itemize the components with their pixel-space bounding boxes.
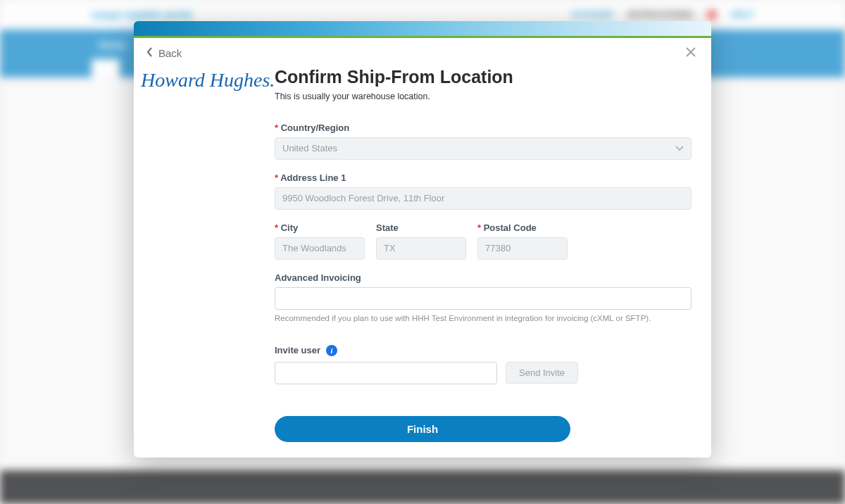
address1-label: Address Line 1 <box>275 172 691 183</box>
modal-subtitle: This is usually your warehouse location. <box>275 92 691 101</box>
advanced-invoicing-help: Recommended if you plan to use with HHH … <box>275 313 691 324</box>
notification-dot-icon <box>707 10 717 20</box>
send-invite-button[interactable]: Send Invite <box>506 362 578 384</box>
advanced-invoicing-input[interactable] <box>275 287 691 310</box>
invite-user-label: Invite user <box>275 345 320 355</box>
bg-nav-home: Home <box>99 39 126 51</box>
ship-from-modal: Back Howard Hughes. Confirm Ship-From Lo… <box>134 21 711 458</box>
back-button-label: Back <box>158 47 182 59</box>
state-label: State <box>376 222 466 233</box>
address1-value: 9950 Woodloch Forest Drive, 11th Floor <box>282 193 444 203</box>
state-value: TX <box>384 243 396 253</box>
finish-button[interactable]: Finish <box>275 416 570 442</box>
address1-field[interactable]: 9950 Woodloch Forest Drive, 11th Floor <box>275 187 691 210</box>
modal-brand-stripe <box>134 21 711 38</box>
invite-user-input[interactable] <box>275 362 497 384</box>
bg-logo: coupa supplier portal <box>92 9 192 20</box>
advanced-invoicing-label: Advanced Invoicing <box>275 272 691 283</box>
country-value: United States <box>282 143 337 153</box>
bg-notifications-link: NOTIFICATIONS <box>628 10 693 20</box>
city-label: City <box>275 222 365 233</box>
country-label: Country/Region <box>275 122 691 133</box>
modal-title: Confirm Ship-From Location <box>275 68 691 87</box>
postal-field[interactable]: 77380 <box>477 237 568 260</box>
back-button[interactable]: Back <box>146 47 182 59</box>
postal-value: 77380 <box>485 243 511 253</box>
close-icon <box>684 46 697 61</box>
country-select[interactable]: United States <box>275 137 691 160</box>
state-field[interactable]: TX <box>376 237 466 260</box>
bg-help-link: HELP <box>731 10 753 20</box>
postal-label: Postal Code <box>477 222 568 233</box>
customer-logo: Howard Hughes. <box>138 70 269 90</box>
chevron-down-icon <box>675 143 684 153</box>
city-field[interactable]: The Woodlands <box>275 237 365 260</box>
close-button[interactable] <box>683 45 699 61</box>
info-icon[interactable]: i <box>326 345 337 356</box>
bg-account-link: ACCOUNT <box>572 10 614 20</box>
city-value: The Woodlands <box>282 243 346 253</box>
chevron-left-icon <box>146 47 153 59</box>
